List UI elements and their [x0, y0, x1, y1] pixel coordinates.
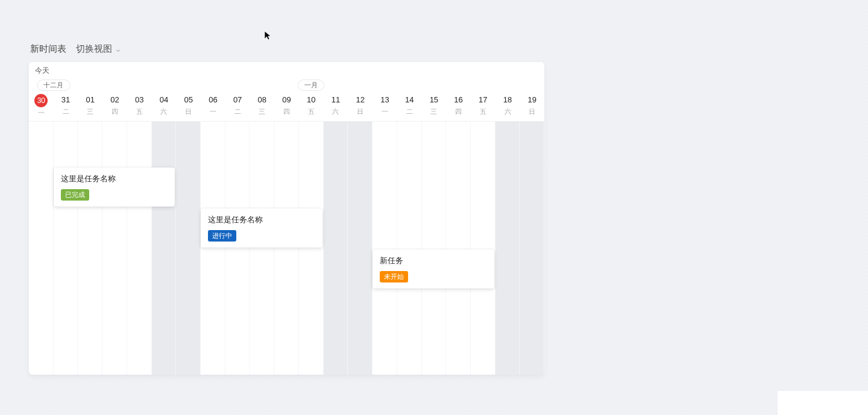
status-badge: 已完成 — [61, 189, 89, 201]
day-number: 08 — [250, 94, 274, 106]
day-header[interactable]: 18六 — [495, 92, 520, 121]
day-number: 15 — [422, 94, 447, 106]
day-header[interactable]: 13一 — [373, 92, 397, 121]
grid-column — [446, 122, 471, 375]
month-row: 十二月一月 — [29, 80, 544, 92]
day-of-week: 日 — [520, 107, 544, 116]
day-number: 17 — [471, 94, 495, 106]
grid-column — [299, 122, 324, 375]
status-badge: 未开始 — [380, 271, 408, 282]
month-pill: 一月 — [298, 80, 324, 91]
grid-column — [250, 122, 274, 375]
grid-column — [324, 122, 348, 375]
day-of-week: 三 — [78, 107, 102, 116]
grid-column — [176, 122, 201, 375]
corner-overlay — [778, 391, 868, 415]
day-header[interactable]: 12日 — [348, 92, 373, 121]
task-title: 新任务 — [380, 255, 487, 266]
day-number: 18 — [495, 94, 520, 106]
day-header[interactable]: 30一 — [29, 92, 54, 121]
day-number: 13 — [373, 94, 397, 106]
day-header[interactable]: 17五 — [471, 92, 495, 121]
day-header[interactable]: 09四 — [274, 92, 299, 121]
day-of-week: 二 — [225, 107, 250, 116]
switch-view-label: 切换视图 — [76, 43, 112, 55]
grid-column — [225, 122, 250, 375]
day-of-week: 三 — [250, 107, 274, 116]
task-card[interactable]: 这里是任务名称已完成 — [54, 167, 175, 207]
day-header[interactable]: 05日 — [176, 92, 201, 121]
grid-column — [373, 122, 397, 375]
day-number: 14 — [397, 94, 422, 106]
day-number: 16 — [446, 94, 471, 106]
day-of-week: 日 — [176, 107, 201, 116]
day-of-week: 一 — [201, 107, 225, 116]
day-of-week: 六 — [324, 107, 348, 116]
day-of-week: 五 — [299, 107, 324, 116]
task-title: 这里是任务名称 — [61, 173, 168, 184]
day-of-week: 四 — [102, 107, 127, 116]
day-header[interactable]: 19日 — [520, 92, 544, 121]
day-number: 31 — [54, 94, 78, 106]
grid-column — [348, 122, 373, 375]
timeline-title: 新时间表 — [30, 43, 66, 55]
day-header[interactable]: 31二 — [54, 92, 78, 121]
grid-column — [397, 122, 422, 375]
switch-view-button[interactable]: 切换视图 — [76, 43, 122, 55]
cursor-icon — [263, 31, 273, 40]
task-card[interactable]: 这里是任务名称进行中 — [201, 208, 322, 248]
day-number: 09 — [274, 94, 299, 106]
day-number: 11 — [324, 94, 348, 106]
grid-column — [495, 122, 520, 375]
day-header[interactable]: 06一 — [201, 92, 225, 121]
day-of-week: 三 — [422, 107, 447, 116]
grid-column — [152, 122, 177, 375]
day-header[interactable]: 11六 — [324, 92, 348, 121]
timeline-panel: 今天 十二月一月 30一31二01三02四03五04六05日06一07二08三0… — [29, 62, 544, 375]
day-header[interactable]: 03五 — [127, 92, 152, 121]
day-of-week: 五 — [127, 107, 152, 116]
day-of-week: 五 — [471, 107, 495, 116]
day-header[interactable]: 02四 — [102, 92, 127, 121]
toolbar: 新时间表 切换视图 — [29, 43, 544, 55]
day-number: 12 — [348, 94, 373, 106]
day-header[interactable]: 14二 — [397, 92, 422, 121]
day-header[interactable]: 07二 — [225, 92, 250, 121]
timeline-grid[interactable]: 这里是任务名称已完成这里是任务名称进行中新任务未开始 — [29, 122, 544, 375]
day-of-week: 一 — [29, 108, 54, 117]
grid-column — [78, 122, 102, 375]
grid-column — [520, 122, 544, 375]
day-number: 07 — [225, 94, 250, 106]
task-title: 这里是任务名称 — [208, 214, 315, 225]
day-of-week: 一 — [373, 107, 397, 116]
day-header[interactable]: 08三 — [250, 92, 274, 121]
grid-column — [422, 122, 447, 375]
day-of-week: 四 — [446, 107, 471, 116]
today-button[interactable]: 今天 — [35, 66, 49, 75]
day-of-week: 六 — [495, 107, 520, 116]
task-card[interactable]: 新任务未开始 — [373, 249, 494, 289]
day-of-week: 二 — [397, 107, 422, 116]
grid-column — [127, 122, 152, 375]
day-header[interactable]: 01三 — [78, 92, 102, 121]
day-number-today: 30 — [34, 94, 48, 107]
status-badge: 进行中 — [208, 230, 236, 242]
grid-column — [274, 122, 299, 375]
day-of-week: 四 — [274, 107, 299, 116]
day-header[interactable]: 16四 — [446, 92, 471, 121]
day-header[interactable]: 10五 — [299, 92, 324, 121]
days-header-row: 30一31二01三02四03五04六05日06一07二08三09四10五11六1… — [29, 92, 544, 122]
day-number: 10 — [299, 94, 324, 106]
day-of-week: 六 — [152, 107, 177, 116]
day-number: 05 — [176, 94, 201, 106]
day-of-week: 日 — [348, 107, 373, 116]
chevron-down-icon — [115, 46, 122, 53]
day-of-week: 二 — [54, 107, 78, 116]
day-header[interactable]: 04六 — [152, 92, 177, 121]
day-header[interactable]: 15三 — [422, 92, 447, 121]
grid-column — [201, 122, 225, 375]
grid-column — [29, 122, 54, 375]
grid-column — [54, 122, 78, 375]
day-number: 04 — [152, 94, 177, 106]
day-number: 03 — [127, 94, 152, 106]
